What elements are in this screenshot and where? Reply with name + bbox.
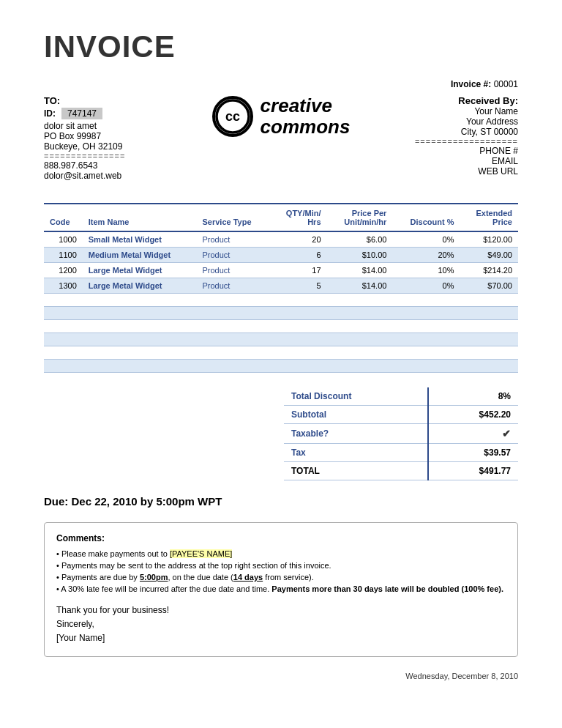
taxable-row: Taxable? ✔ [284,424,518,444]
empty-table-row [44,307,518,320]
col-code: Code [44,204,83,231]
col-qty: QTY/Min/Hrs [270,204,326,231]
comment-item-1: Please make payments out to [PAYEE'S NAM… [56,549,506,558]
id-label: ID: [44,108,56,119]
your-city: City, ST 00000 [360,127,518,137]
col-price-per: Price PerUnit/min/hr [327,204,393,231]
closing-line2: Sincerely, [56,617,506,631]
empty-table-row [44,294,518,307]
empty-table-row [44,346,518,360]
invoice-number: 00001 [494,79,518,89]
invoice-table: Code Item Name Service Type QTY/Min/Hrs … [44,203,518,373]
closing-line1: Thank you for your business! [56,603,506,617]
total-label: TOTAL [284,462,428,480]
table-row: 1000 Small Metal Widget Product 20 $6.00… [44,231,518,248]
web-label: WEB URL [360,166,518,177]
table-row: 1300 Large Metal Widget Product 5 $14.00… [44,278,518,294]
comment-item-3: Payments are due by 5:00pm, on the due d… [56,573,506,582]
col-item-name: Item Name [83,204,197,231]
summary-table: Total Discount 8% Subtotal $452.20 Taxab… [284,387,518,480]
cc-text: creative commons [261,95,351,137]
tax-label: Tax [284,444,428,462]
email-label: EMAIL [360,156,518,166]
your-address: Your Address [360,116,518,127]
col-extended: ExtendedPrice [460,204,518,231]
payee-highlight: [PAYEE'S NAME] [170,549,232,558]
comment-item-2: Payments may be sent to the address at t… [56,561,506,570]
client-city: Buckeye, OH 32109 [44,141,202,152]
total-discount-label: Total Discount [284,387,428,406]
client-phone: 888.987.6543 [44,160,202,171]
footer-date: Wednesday, December 8, 2010 [44,672,518,680]
summary-section: Total Discount 8% Subtotal $452.20 Taxab… [44,387,518,480]
total-discount-value: 8% [428,387,518,406]
client-divider: =============== [44,152,202,160]
col-discount: Discount % [392,204,460,231]
client-email: dolor@sit.amet.web [44,171,202,181]
subtotal-label: Subtotal [284,406,428,424]
table-row: 1100 Medium Metal Widget Product 6 $10.0… [44,248,518,263]
subtotal-row: Subtotal $452.20 [284,406,518,424]
total-value: $491.77 [428,462,518,480]
equals-divider: =================== [360,137,518,146]
to-section: TO: ID: 747147 dolor sit amet PO Box 999… [44,95,202,181]
taxable-checkbox: ✔ [428,424,518,444]
total-row: TOTAL $491.77 [284,462,518,480]
empty-table-row [44,360,518,373]
invoice-title: INVOICE [44,29,518,64]
tax-row: Tax $39.57 [284,444,518,462]
to-label: TO: [44,95,202,106]
phone-label: PHONE # [360,146,518,156]
client-po: PO Box 99987 [44,131,202,141]
taxable-label: Taxable? [284,424,428,444]
table-row: 1200 Large Metal Widget Product 17 $14.0… [44,263,518,278]
svg-text:cc: cc [225,109,240,124]
comments-title: Comments: [56,533,506,543]
total-discount-row: Total Discount 8% [284,387,518,406]
empty-table-row [44,333,518,346]
comment-item-4: A 30% late fee will be incurred after th… [56,584,506,593]
cc-circle-icon: cc [212,96,253,137]
id-value: 747147 [61,108,102,119]
tax-value: $39.57 [428,444,518,462]
received-by-label: Received By: [360,95,518,106]
checkmark-icon: ✔ [502,428,511,439]
col-service-type: Service Type [197,204,271,231]
received-by-section: Received By: Your Name Your Address City… [360,95,518,177]
your-name: Your Name [360,106,518,116]
due-date: Due: Dec 22, 2010 by 5:00pm WPT [44,495,518,508]
subtotal-value: $452.20 [428,406,518,424]
empty-table-row [44,320,518,333]
invoice-number-label: Invoice #: [451,79,491,89]
closing-section: Thank you for your business! Sincerely, … [56,603,506,646]
closing-line3: [Your Name] [56,631,506,645]
comments-box: Comments: Please make payments out to [P… [44,522,518,657]
logo-section: cc creative commons [202,95,360,137]
client-name: dolor sit amet [44,121,202,131]
